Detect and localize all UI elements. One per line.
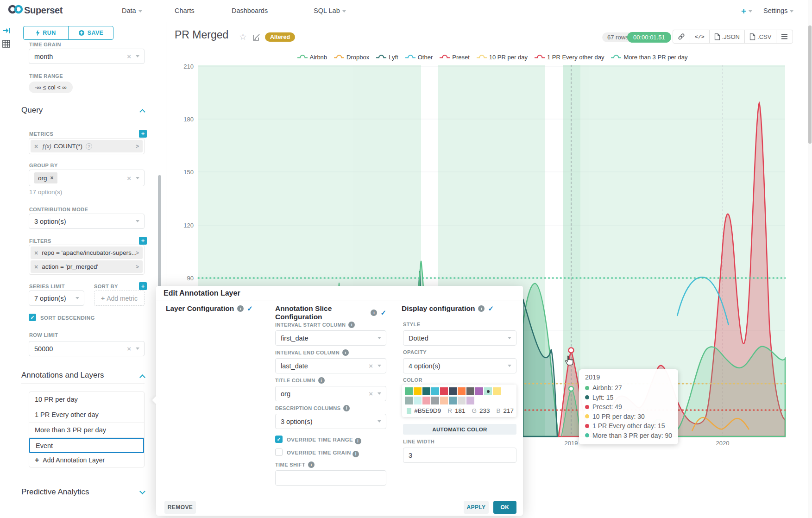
time-range-pill[interactable]: -∞ ≤ col < ∞ [29,82,73,93]
superset-logo-icon[interactable] [7,4,24,16]
color-swatch[interactable] [405,397,413,404]
legend-item[interactable]: 1 PR Every other day [534,53,604,61]
color-swatch[interactable] [422,397,430,404]
remove-filter-icon[interactable]: × [34,263,38,271]
series-limit-select[interactable]: 7 option(s) [29,291,84,306]
chart-menu-button[interactable] [776,30,793,43]
automatic-color-button[interactable]: AUTOMATIC COLOR [403,424,516,435]
clear-icon[interactable]: × [369,390,373,398]
color-swatch[interactable] [458,387,466,395]
sort-descending-checkbox[interactable]: ✓ [29,314,36,321]
override-time-grain-checkbox[interactable] [275,449,283,456]
clear-icon[interactable]: × [127,174,131,182]
color-swatch[interactable] [431,397,439,404]
annotation-layer-item[interactable]: More than 3 PR per day [29,423,144,438]
remove-button[interactable]: REMOVE [164,501,196,514]
settings-menu[interactable]: Settings [763,7,793,14]
favorite-star-icon[interactable]: ☆ [239,32,247,42]
share-link-button[interactable] [673,30,690,43]
apply-button[interactable]: APPLY [464,501,489,514]
color-swatch[interactable] [466,397,474,404]
color-swatch[interactable] [422,387,430,395]
legend-item[interactable]: 10 PR per day [476,53,528,61]
time-grain-select[interactable]: month × [29,49,145,64]
datasource-grid-icon[interactable] [2,40,10,50]
remove-metric-icon[interactable]: × [34,143,38,150]
sort-by-add-metric[interactable]: +Add metric [94,291,145,306]
time-shift-input[interactable] [275,470,386,486]
override-time-range-checkbox[interactable]: ✓ [275,436,283,443]
color-swatch[interactable] [414,387,422,395]
metric-chip[interactable]: × ƒ(x) COUNT(*) ? > [31,140,143,152]
export-csv-button[interactable]: .CSV [745,30,776,43]
color-swatch[interactable] [466,387,474,395]
nav-item-sql-lab[interactable]: SQL Lab [314,7,346,14]
expand-predictive-icon[interactable] [139,488,145,494]
color-swatch[interactable] [414,397,422,404]
clear-icon[interactable]: × [127,52,131,60]
opacity-select[interactable]: 4 option(s) [403,358,516,373]
color-swatch[interactable] [405,387,413,395]
contribution-mode-select[interactable]: 3 option(s) [29,214,145,229]
collapse-annotations-icon[interactable] [139,374,145,380]
color-swatch[interactable] [431,387,439,395]
ok-button[interactable]: OK [493,501,516,514]
legend-item[interactable]: More than 3 PR per day [611,53,687,61]
collapse-query-icon[interactable] [139,109,145,115]
add-annotation-layer-button[interactable]: +Add Annotation Layer [29,453,144,467]
page-scrollbar[interactable] [808,0,812,518]
add-new-button[interactable]: + [741,6,752,16]
filter-chip[interactable]: × action = 'pr_merged' > [31,260,143,273]
line-width-input[interactable]: 3 [403,448,516,463]
color-swatch[interactable] [484,387,492,395]
remove-filter-icon[interactable]: × [34,249,38,257]
expand-metric-icon[interactable]: > [136,143,139,150]
style-select[interactable]: Dotted [403,330,516,346]
legend-item[interactable]: Other [405,53,433,61]
color-swatch[interactable] [458,397,466,404]
color-swatch[interactable] [449,387,457,395]
color-swatch[interactable] [475,387,483,395]
brand-name[interactable]: Superset [24,5,63,16]
info-icon: i [355,438,361,444]
add-sort-metric-button[interactable]: + [139,282,147,290]
filter-chip[interactable]: × repo = 'apache/incubator-supers... > [31,246,143,259]
interval-end-column-select[interactable]: last_date × [275,358,386,373]
export-json-button[interactable]: .JSON [710,30,745,43]
scrollbar-thumb[interactable] [808,25,812,144]
title-column-select[interactable]: org × [275,386,386,401]
description-columns-select[interactable]: 3 option(s) [275,414,386,429]
row-limit-select[interactable]: 50000 × [29,341,145,356]
color-swatch[interactable] [449,397,457,404]
save-button[interactable]: SAVE [68,26,113,39]
legend-item[interactable]: Preset [439,53,470,61]
nav-item-charts[interactable]: Charts [175,7,195,14]
annotation-layer-item[interactable]: Event [29,438,144,453]
color-swatch[interactable] [440,397,448,404]
nav-item-dashboards[interactable]: Dashboards [232,7,268,14]
clear-icon[interactable]: × [369,362,373,370]
add-filter-button[interactable]: + [139,237,147,245]
collapse-panel-icon[interactable] [3,27,11,36]
expand-filter-icon[interactable]: > [136,264,139,270]
legend-item[interactable]: Dropbox [334,53,369,61]
remove-tag-icon[interactable]: × [50,175,54,181]
color-swatch[interactable] [493,387,501,395]
display-config-title: Display configuration [402,304,475,313]
legend-item[interactable]: Airbnb [297,53,327,61]
interval-start-column-select[interactable]: first_date [275,330,386,346]
annotation-layer-item[interactable]: 10 PR per day [29,392,144,407]
legend-item[interactable]: Lyft [376,53,398,61]
expand-filter-icon[interactable]: > [136,250,139,256]
edit-title-icon[interactable] [252,33,260,43]
nav-item-data[interactable]: Data [122,7,142,14]
color-swatch[interactable] [440,387,448,395]
tooltip-value: 1 PR Every other day: 15 [592,421,665,431]
altered-badge[interactable]: Altered [265,32,295,42]
clear-icon[interactable]: × [127,345,131,353]
annotation-layer-item[interactable]: 1 PR Every other day [29,407,144,423]
add-metric-button[interactable]: + [139,130,147,138]
embed-code-button[interactable]: </> [690,30,710,43]
group-by-select[interactable]: org× × [29,170,145,186]
run-button[interactable]: RUN [24,26,68,39]
